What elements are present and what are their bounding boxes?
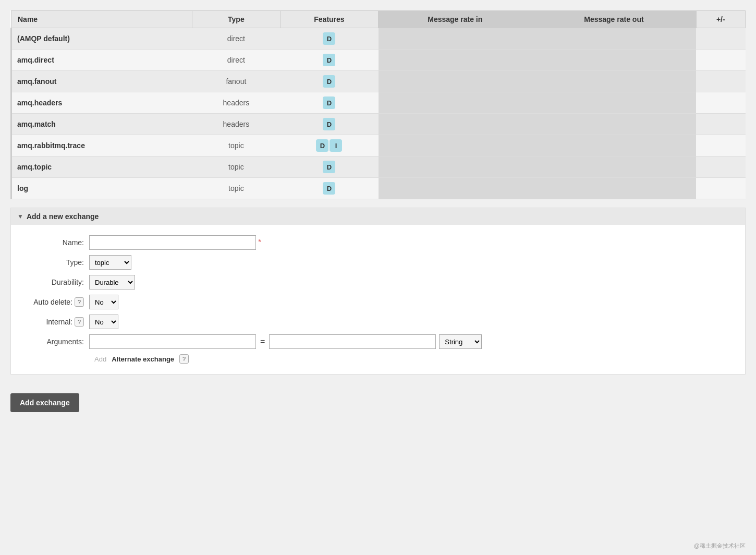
row-action bbox=[696, 114, 745, 135]
row-name: amq.topic bbox=[11, 156, 192, 178]
auto-delete-label: Auto delete: bbox=[33, 298, 72, 306]
row-features: D bbox=[280, 92, 379, 114]
row-name: (AMQP default) bbox=[11, 28, 192, 50]
row-action bbox=[696, 28, 745, 50]
feature-badge: D bbox=[323, 32, 335, 45]
row-rate-out bbox=[532, 92, 696, 114]
row-action bbox=[696, 178, 745, 199]
table-row[interactable]: amq.matchheadersD bbox=[11, 114, 746, 135]
row-action bbox=[696, 135, 745, 156]
add-text: Add bbox=[94, 355, 106, 363]
auto-delete-help[interactable]: ? bbox=[75, 297, 84, 307]
internal-row: Internal: ? NoYes bbox=[27, 315, 729, 329]
submit-area: Add exchange bbox=[10, 383, 746, 412]
feature-badge: D bbox=[316, 139, 328, 152]
row-features: D bbox=[280, 50, 379, 71]
table-row[interactable]: amq.fanoutfanoutD bbox=[11, 71, 746, 92]
row-name: log bbox=[11, 178, 192, 199]
row-type: headers bbox=[192, 114, 281, 135]
add-alternate-row: Add Alternate exchange ? bbox=[27, 354, 729, 364]
durability-select[interactable]: DurableTransient bbox=[89, 275, 135, 289]
required-star: * bbox=[258, 238, 261, 247]
internal-select[interactable]: NoYes bbox=[89, 315, 118, 329]
internal-help[interactable]: ? bbox=[75, 317, 84, 327]
collapse-arrow: ▼ bbox=[17, 213, 23, 220]
row-name: amq.rabbitmq.trace bbox=[11, 135, 192, 156]
name-label: Name: bbox=[27, 238, 89, 247]
arguments-key-input[interactable] bbox=[89, 334, 256, 349]
section-header[interactable]: ▼ Add a new exchange bbox=[11, 208, 745, 225]
internal-label-container: Internal: ? bbox=[27, 317, 89, 327]
row-features: D bbox=[280, 28, 379, 50]
row-rate-in bbox=[379, 178, 532, 199]
row-features: D bbox=[280, 114, 379, 135]
row-features: D bbox=[280, 178, 379, 199]
row-rate-in bbox=[379, 156, 532, 178]
alternate-exchange-link[interactable]: Alternate exchange bbox=[112, 355, 174, 363]
alternate-exchange-help[interactable]: ? bbox=[179, 354, 189, 364]
row-name: amq.fanout bbox=[11, 71, 192, 92]
equals-sign: = bbox=[260, 337, 265, 346]
feature-badge: I bbox=[330, 139, 342, 152]
row-rate-in bbox=[379, 50, 532, 71]
row-rate-in bbox=[379, 28, 532, 50]
row-type: topic bbox=[192, 178, 281, 199]
row-action bbox=[696, 156, 745, 178]
row-rate-out bbox=[532, 28, 696, 50]
table-row[interactable]: amq.rabbitmq.tracetopicDI bbox=[11, 135, 746, 156]
type-select[interactable]: directfanoutheaderstopic bbox=[89, 255, 131, 270]
internal-label: Internal: bbox=[46, 318, 72, 326]
row-name: amq.headers bbox=[11, 92, 192, 114]
arguments-label: Arguments: bbox=[27, 337, 89, 346]
type-label: Type: bbox=[27, 258, 89, 267]
row-features: D bbox=[280, 156, 379, 178]
durability-row: Durability: DurableTransient bbox=[27, 275, 729, 289]
table-row[interactable]: amq.directdirectD bbox=[11, 50, 746, 71]
exchange-table: Name Type Features Message rate in Messa… bbox=[10, 10, 746, 199]
col-header-plus-minus: +/- bbox=[696, 11, 745, 28]
feature-badge: D bbox=[323, 75, 335, 88]
row-rate-in bbox=[379, 135, 532, 156]
row-features: DI bbox=[280, 135, 379, 156]
row-name: amq.direct bbox=[11, 50, 192, 71]
row-rate-out bbox=[532, 156, 696, 178]
row-type: direct bbox=[192, 50, 281, 71]
name-input[interactable] bbox=[89, 235, 256, 250]
type-row: Type: directfanoutheaderstopic bbox=[27, 255, 729, 270]
name-row: Name: * bbox=[27, 235, 729, 250]
col-header-name: Name bbox=[11, 11, 192, 28]
arguments-value-input[interactable] bbox=[269, 334, 436, 349]
feature-badge: D bbox=[323, 161, 335, 173]
auto-delete-row: Auto delete: ? NoYes bbox=[27, 295, 729, 309]
arguments-type-select[interactable]: StringBooleanNumberList bbox=[439, 334, 482, 349]
feature-badge: D bbox=[323, 118, 335, 130]
table-row[interactable]: amq.headersheadersD bbox=[11, 92, 746, 114]
auto-delete-label-container: Auto delete: ? bbox=[27, 297, 89, 307]
row-rate-out bbox=[532, 50, 696, 71]
row-name: amq.match bbox=[11, 114, 192, 135]
table-row[interactable]: amq.topictopicD bbox=[11, 156, 746, 178]
row-action bbox=[696, 71, 745, 92]
feature-badge: D bbox=[323, 96, 335, 109]
arguments-row: Arguments: = StringBooleanNumberList bbox=[27, 334, 729, 349]
col-header-msg-rate-in: Message rate in bbox=[379, 11, 532, 28]
row-rate-out bbox=[532, 114, 696, 135]
row-action bbox=[696, 50, 745, 71]
row-rate-in bbox=[379, 71, 532, 92]
col-header-features: Features bbox=[280, 11, 379, 28]
form-body: Name: * Type: directfanoutheaderstopic D… bbox=[11, 225, 745, 374]
row-rate-out bbox=[532, 135, 696, 156]
section-title: Add a new exchange bbox=[27, 212, 99, 221]
table-row[interactable]: (AMQP default)directD bbox=[11, 28, 746, 50]
row-type: topic bbox=[192, 135, 281, 156]
auto-delete-select[interactable]: NoYes bbox=[89, 295, 118, 309]
row-rate-in bbox=[379, 92, 532, 114]
add-exchange-button[interactable]: Add exchange bbox=[10, 393, 79, 412]
row-type: headers bbox=[192, 92, 281, 114]
feature-badge: D bbox=[323, 182, 335, 195]
col-header-type: Type bbox=[192, 11, 281, 28]
col-header-msg-rate-out: Message rate out bbox=[532, 11, 696, 28]
table-row[interactable]: logtopicD bbox=[11, 178, 746, 199]
row-rate-out bbox=[532, 71, 696, 92]
feature-badge: D bbox=[323, 54, 335, 66]
